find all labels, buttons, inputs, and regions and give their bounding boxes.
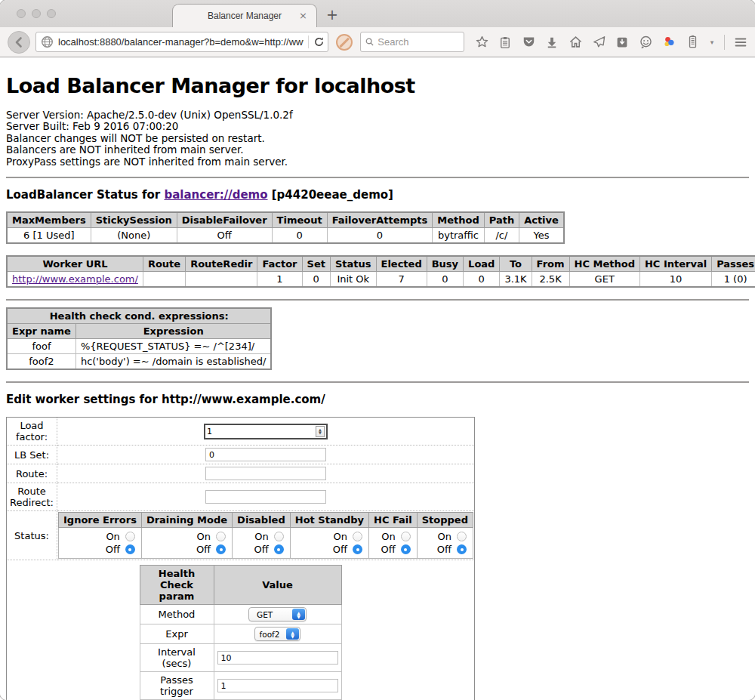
zoom-window-button[interactable] [47,9,56,18]
cell: 1 (0) [712,272,755,288]
select-arrows-icon: ▲▼ [292,609,305,620]
cell: foof2 [7,354,76,370]
health-check-params-table: Health Check param Value Method GET▲▼ Ex… [140,565,342,700]
back-button[interactable] [8,31,30,54]
url-text[interactable]: localhost:8880/balancer-manager?b=demo&w… [58,36,304,48]
cell: /c/ [484,228,519,244]
heading-text: [p4420eeae_demo] [268,188,393,202]
cell: 0 [327,228,433,244]
number-spinner-icon[interactable]: ▲▼ [316,426,325,437]
method-select[interactable]: GET▲▼ [248,607,307,621]
radio-label: Off [196,543,211,556]
cell: hc('body') =~ /domain is established/ [76,354,271,370]
url-bar[interactable]: localhost:8880/balancer-manager?b=demo&w… [35,32,328,52]
interval-input[interactable] [217,651,338,665]
pocket-icon[interactable] [521,35,536,50]
minimize-window-button[interactable] [32,9,41,18]
cell: 2.5K [532,272,569,288]
load-factor-stepper[interactable]: ▲▼ [204,424,328,439]
radio-off[interactable] [457,544,467,554]
radio-on[interactable] [457,532,467,541]
column-header: RouteRedir [186,256,257,272]
radio-off[interactable] [125,544,135,554]
worker-url-link[interactable]: http://www.example.com/ [12,273,138,285]
status-label: Status: [7,511,57,560]
column-header: DisableFailover [177,212,272,228]
health-check-expressions-table: Health check cond. expressions: Expr nam… [6,307,272,370]
interval-label: Interval (secs) [140,644,214,672]
column-header: Ignore Errors [59,513,142,528]
search-input[interactable] [378,36,459,48]
expr-select[interactable]: foof2▲▼ [254,627,300,641]
bookmark-star-icon[interactable] [474,35,489,50]
balancer-status-table: MaxMembers StickySession DisableFailover… [6,211,565,244]
radio-on[interactable] [216,532,226,541]
radio-off[interactable] [216,544,226,554]
home-icon[interactable] [568,35,583,50]
cell: Init Ok [330,272,376,288]
page-content: Load Balancer Manager for localhost Serv… [0,57,755,700]
passes-trigger-input[interactable] [217,679,338,692]
status-cell-ignore-errors: On Off [59,528,142,559]
menu-icon[interactable] [733,35,748,50]
load-factor-input[interactable] [207,427,316,436]
new-tab-button[interactable]: + [326,6,338,23]
cell: Ignore Errors Draining Mode Disabled Hot… [57,511,475,560]
cell [214,644,341,672]
reload-button[interactable] [313,36,325,48]
radio-on[interactable] [353,532,362,541]
column-header: FailoverAttempts [327,212,433,228]
cell: 6 [1 Used] [7,228,91,244]
cell: 0 [272,228,327,244]
cell: bytraffic [433,228,484,244]
status-cell-draining-mode: On Off [141,528,232,559]
route-label: Route: [7,464,57,483]
tab-balancer-manager[interactable]: Balancer Manager × [172,4,317,27]
url-divider [308,35,309,48]
lb-set-label: LB Set: [7,446,57,464]
status-cell-hc-fail: On Off [369,528,418,559]
divider [6,381,749,383]
column-header: Elected [376,256,427,272]
divider [6,299,749,301]
lb-set-input[interactable] [205,448,326,461]
notice-line: Balancers are NOT inherited from main se… [6,144,749,156]
radio-off[interactable] [274,544,284,554]
radio-label: On [254,530,268,543]
divider [6,177,749,178]
bookmarks-clipboard-icon[interactable] [498,35,513,50]
close-window-button[interactable] [17,9,26,18]
color-palette-icon[interactable] [661,35,676,50]
window-controls[interactable] [17,9,56,18]
radio-label: On [438,530,451,543]
route-input[interactable] [205,467,326,480]
edit-worker-heading: Edit worker settings for http://www.exam… [6,393,749,406]
radio-on[interactable] [401,532,411,541]
search-bar[interactable] [360,32,464,52]
radio-on[interactable] [125,532,135,541]
adblock-icon[interactable] [336,34,353,51]
radio-off[interactable] [401,544,411,554]
globe-icon [41,35,54,48]
downloads-icon[interactable] [544,35,559,50]
route-redirect-input[interactable] [205,490,326,504]
method-label: Method [140,605,214,624]
radio-on[interactable] [274,532,284,541]
tab-bar: Balancer Manager × + [0,0,755,27]
cell: foof2▲▼ [214,624,341,644]
chevron-down-icon[interactable]: ▾ [708,35,716,50]
status-cell-disabled: On Off [233,528,291,559]
radio-off[interactable] [353,544,362,554]
cell: 1 [257,272,302,288]
tab-close-icon[interactable]: × [299,10,307,21]
balancer-demo-link[interactable]: balancer://demo [164,188,267,202]
search-icon [365,37,374,47]
reader-battery-icon[interactable] [685,35,700,50]
save-to-device-icon[interactable] [615,35,630,50]
send-tab-icon[interactable] [591,35,606,50]
cell: 0 [464,272,500,288]
tab-title: Balancer Manager [208,11,282,21]
chat-smiley-icon[interactable] [638,35,653,50]
cell: 7 [376,272,427,288]
browser-window: Balancer Manager × + localhost:8880/bala… [0,0,755,700]
